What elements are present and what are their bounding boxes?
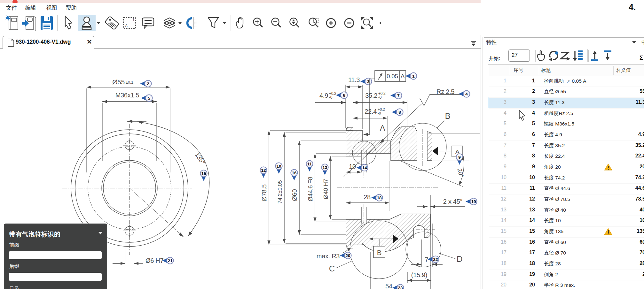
svg-text:22.4: 22.4 [365, 108, 377, 115]
svg-text:Rz 2.5: Rz 2.5 [436, 88, 454, 95]
svg-text:6: 6 [343, 93, 345, 98]
svg-text:13: 13 [322, 165, 327, 170]
svg-text:-0: -0 [378, 111, 381, 116]
svg-text:9: 9 [458, 155, 461, 160]
svg-text:11: 11 [307, 162, 312, 166]
svg-text:Ø78.5: Ø78.5 [261, 184, 268, 201]
svg-text:max. R3: max. R3 [317, 253, 340, 260]
svg-text:±0.1: ±0.1 [126, 80, 133, 85]
svg-text:10: 10 [349, 163, 356, 170]
svg-text:4: 4 [465, 92, 468, 96]
svg-text:74.2±0.05: 74.2±0.05 [277, 180, 283, 204]
svg-text:A: A [401, 73, 405, 80]
svg-text:0.05: 0.05 [387, 73, 398, 80]
svg-text:-0: -0 [378, 95, 382, 100]
svg-text:8: 8 [398, 110, 401, 115]
svg-text:Ø55: Ø55 [112, 78, 125, 86]
svg-text:A: A [125, 24, 128, 28]
svg-text:19: 19 [471, 199, 476, 204]
svg-text:14: 14 [362, 165, 367, 170]
svg-text:B: B [377, 249, 381, 257]
svg-text:22: 22 [433, 257, 438, 262]
svg-text:20: 20 [345, 253, 350, 258]
svg-text:21: 21 [168, 258, 173, 263]
svg-text:18: 18 [377, 195, 382, 200]
svg-text:7: 7 [425, 256, 428, 263]
svg-text:5: 5 [148, 96, 150, 101]
svg-text:10: 10 [276, 164, 281, 169]
svg-text:15: 15 [201, 171, 206, 176]
svg-text:B: B [445, 111, 450, 121]
svg-text:1: 1 [132, 18, 135, 22]
svg-text:16: 16 [292, 171, 297, 175]
svg-text:3: 3 [367, 79, 370, 84]
svg-text:1: 1 [412, 74, 415, 79]
svg-text:Ø60: Ø60 [291, 189, 298, 201]
svg-text:Ø44.6 F8: Ø44.6 F8 [307, 177, 314, 202]
svg-text:C: C [329, 264, 335, 273]
svg-text:23: 23 [398, 285, 403, 289]
svg-text:2: 2 [147, 81, 149, 86]
svg-text:Ø6 H7: Ø6 H7 [145, 257, 163, 264]
svg-text:135°: 135° [193, 151, 207, 166]
svg-text:4.9: 4.9 [319, 92, 328, 99]
svg-text:7: 7 [397, 93, 400, 98]
svg-text:-0: -0 [329, 95, 333, 100]
svg-text:12: 12 [261, 168, 266, 173]
svg-text:11.3: 11.3 [348, 76, 360, 83]
svg-text:M36x1.5: M36x1.5 [115, 92, 139, 99]
svg-text:2 x 45°: 2 x 45° [443, 198, 462, 205]
svg-text:A: A [380, 123, 385, 133]
svg-text:Ø40 H7: Ø40 H7 [322, 179, 329, 199]
svg-text:(15.9): (15.9) [411, 271, 427, 278]
svg-text:54: 54 [385, 283, 392, 289]
svg-text:35.2: 35.2 [365, 92, 377, 99]
svg-text:28: 28 [364, 194, 371, 201]
svg-text:D: D [457, 254, 462, 264]
